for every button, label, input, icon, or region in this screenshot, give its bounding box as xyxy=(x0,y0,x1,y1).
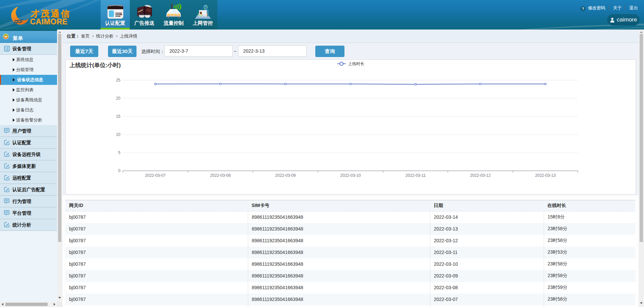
svg-text:5: 5 xyxy=(118,150,120,155)
svg-text:2022-03-11: 2022-03-11 xyxy=(406,173,426,178)
svg-text:2022-03-07: 2022-03-07 xyxy=(145,173,166,178)
svg-text:上线统计(单位:小时): 上线统计(单位:小时) xyxy=(69,62,121,68)
svg-text:2022-03-10: 2022-03-10 xyxy=(340,173,361,178)
svg-text:15: 15 xyxy=(116,114,121,119)
svg-text:20: 20 xyxy=(116,96,121,101)
svg-text:2022-03-13: 2022-03-13 xyxy=(535,173,556,178)
svg-text:2022-03-08: 2022-03-08 xyxy=(210,173,231,178)
svg-text:10: 10 xyxy=(116,132,121,137)
svg-text:2022-03-09: 2022-03-09 xyxy=(275,173,296,178)
svg-text:2022-03-12: 2022-03-12 xyxy=(470,173,491,178)
svg-text:0: 0 xyxy=(118,168,120,173)
svg-text:25: 25 xyxy=(116,78,121,83)
svg-text:上线时长: 上线时长 xyxy=(348,61,364,66)
